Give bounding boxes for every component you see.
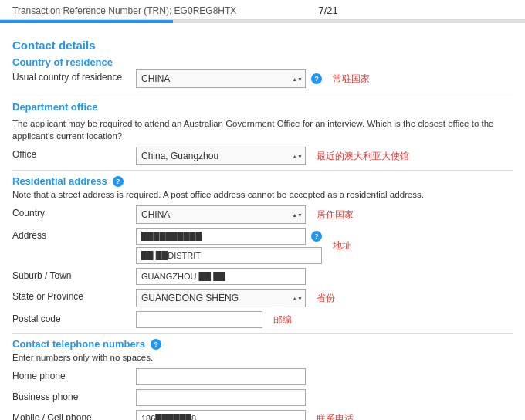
home-phone-input[interactable] [136,368,306,385]
page-number: 7/21 [236,5,420,16]
state-select-wrapper[interactable]: GUANGDONG SHENG [136,289,306,307]
country-select[interactable]: CHINA [136,69,306,88]
top-bar: Transaction Reference Number (TRN): EG0R… [0,0,525,20]
res-country-select-wrapper[interactable]: CHINA [136,205,306,224]
suburb-label: Suburb / Town [12,268,136,281]
mobile-annotation: 联系电话 [317,412,354,420]
home-phone-field [136,368,513,385]
mobile-phone-input[interactable] [136,410,306,420]
country-help-icon[interactable]: ? [311,73,322,84]
res-country-select[interactable]: CHINA [136,205,306,224]
dept-office-title: Department office [12,101,513,113]
business-phone-input[interactable] [136,389,306,406]
state-label: State or Province [12,289,136,302]
tan-text: Transaction Reference Number (TRN): EG0R… [12,5,236,16]
dept-office-desc: The applicant may be required to attend … [12,117,513,142]
divider-1 [12,93,513,93]
address-inputs: ? [136,228,322,264]
usual-country-field: CHINA ? 常驻国家 [136,69,513,88]
suburb-input[interactable] [136,268,306,285]
office-select[interactable]: China, Guangzhou [136,147,306,165]
business-phone-field [136,389,513,406]
home-phone-label: Home phone [12,368,136,381]
office-select-wrapper[interactable]: China, Guangzhou [136,147,306,165]
country-of-residence-label: Country of residence [12,56,513,68]
postal-field: 邮编 [136,311,513,328]
address-help-icon[interactable]: ? [311,231,322,242]
country-annotation: 常驻国家 [333,73,370,86]
state-row: State or Province GUANGDONG SHENG 省份 [12,289,513,307]
contact-details-title: Contact details [12,39,513,52]
mobile-phone-label: Mobile / Cell phone [12,410,136,420]
home-phone-row: Home phone [12,368,513,385]
address-field: ? 地址 [136,228,513,264]
res-country-label: Country [12,205,136,218]
residential-help-icon[interactable]: ? [113,176,124,187]
postal-row: Postal code 邮编 [12,311,513,328]
address-annotation: 地址 [333,239,351,252]
res-country-annotation: 居住国家 [317,208,354,222]
address-row: Address ? 地址 [12,228,513,264]
telephone-title: Contact telephone numbers [12,338,145,350]
address-line1-row: ? [136,228,322,245]
telephone-desc: Enter numbers only with no spaces. [12,351,513,364]
office-label: Office [12,147,136,160]
office-annotation: 最近的澳大利亚大使馆 [317,150,409,163]
suburb-row: Suburb / Town [12,268,513,285]
res-country-field: CHINA 居住国家 [136,205,513,224]
mobile-phone-row: Mobile / Cell phone 联系电话 [12,410,513,420]
suburb-field [136,268,513,285]
postal-annotation: 邮编 [273,313,292,327]
state-annotation: 省份 [317,292,335,305]
telephone-help-icon[interactable]: ? [151,339,161,350]
residential-desc: Note that a street address is required. … [12,188,513,201]
divider-2 [12,170,513,171]
country-select-wrapper[interactable]: CHINA [136,69,306,88]
address-line1-input[interactable] [136,228,306,245]
main-content: Contact details Country of residence Usu… [0,23,525,420]
postal-label: Postal code [12,311,136,324]
usual-country-label: Usual country of residence [12,69,136,83]
office-row: Office China, Guangzhou 最近的澳大利亚大使馆 [12,147,513,165]
state-field: GUANGDONG SHENG 省份 [136,289,513,307]
address-label: Address [12,228,136,241]
postal-input[interactable] [136,311,262,328]
country-of-residence-row: Usual country of residence CHINA ? 常驻国家 [12,69,513,88]
business-phone-row: Business phone [12,389,513,406]
address-line2-input[interactable] [136,247,322,264]
residential-title: Residential address [12,175,107,187]
state-select[interactable]: GUANGDONG SHENG [136,289,306,307]
business-phone-label: Business phone [12,389,136,402]
office-field: China, Guangzhou 最近的澳大利亚大使馆 [136,147,513,165]
res-country-row: Country CHINA 居住国家 [12,205,513,224]
divider-3 [12,333,513,334]
mobile-phone-field: 联系电话 [136,410,513,420]
